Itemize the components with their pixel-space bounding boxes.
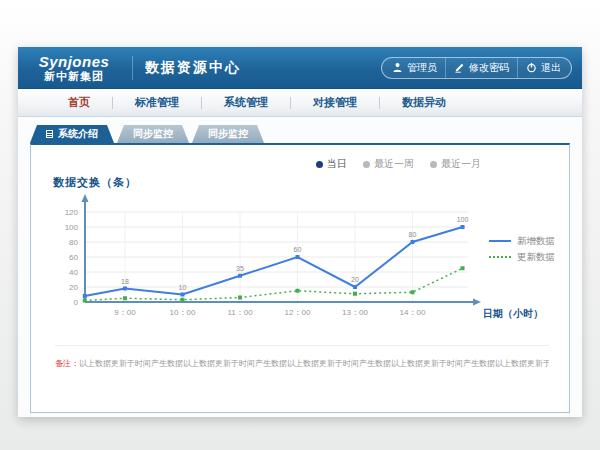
tab-sync-monitor-2[interactable]: 同步监控 — [192, 125, 264, 143]
nav-item-interface-mgmt[interactable]: 对接管理 — [291, 95, 379, 110]
svg-text:9：00: 9：00 — [114, 308, 136, 317]
power-icon — [526, 62, 537, 73]
app-title: 数据资源中心 — [145, 59, 241, 77]
main-nav: 首页 标准管理 系统管理 对接管理 数据异动 — [18, 89, 582, 117]
svg-text:11：00: 11：00 — [227, 308, 253, 317]
svg-text:80: 80 — [409, 231, 417, 238]
nav-item-home[interactable]: 首页 — [46, 95, 112, 110]
svg-text:0: 0 — [74, 298, 79, 307]
svg-text:60: 60 — [69, 253, 78, 262]
filter-last-week[interactable]: 最近一周 — [363, 157, 414, 171]
nav-item-system-mgmt[interactable]: 系统管理 — [202, 95, 290, 110]
nav-item-data-change[interactable]: 数据异动 — [380, 95, 468, 110]
filter-last-month[interactable]: 最近一月 — [430, 157, 481, 171]
edit-icon — [454, 62, 465, 73]
legend-label: 更新数据 — [517, 251, 555, 264]
tab-bar: 系统介绍 同步监控 同步监控 — [30, 125, 264, 143]
logout-button[interactable]: 退出 — [517, 58, 569, 78]
filter-today[interactable]: 当日 — [316, 157, 347, 171]
footer-note: 备注：以上数据更新于时间产生数据以上数据更新于时间产生数据以上数据更新于时间产生… — [55, 345, 549, 369]
svg-text:40: 40 — [69, 268, 78, 277]
logout-label: 退出 — [541, 61, 561, 75]
svg-text:20: 20 — [351, 276, 359, 283]
legend-item-new-data[interactable]: 新增数据 — [489, 233, 555, 249]
time-filter-group: 当日 最近一周 最近一月 — [316, 157, 481, 171]
header-actions-group: 管理员 修改密码 退出 — [381, 57, 572, 79]
logo-company-name: 新中新集团 — [28, 71, 120, 82]
note-label: 备注： — [55, 359, 79, 368]
chart-legend: 新增数据 更新数据 — [489, 233, 555, 265]
filter-label: 当日 — [327, 157, 347, 171]
header-divider — [132, 56, 133, 80]
company-logo[interactable]: Synjones 新中新集团 — [28, 54, 120, 82]
change-password-label: 修改密码 — [469, 61, 509, 75]
logo-brand-text: Synjones — [28, 54, 120, 69]
svg-text:13：00: 13：00 — [342, 308, 368, 317]
radio-icon — [430, 161, 437, 168]
svg-text:100: 100 — [457, 216, 469, 223]
legend-label: 新增数据 — [517, 235, 555, 248]
tab-sync-monitor-1[interactable]: 同步监控 — [117, 125, 189, 143]
svg-text:60: 60 — [294, 246, 302, 253]
tab-label: 系统介绍 — [58, 125, 98, 143]
document-icon — [46, 130, 53, 138]
legend-item-updated-data[interactable]: 更新数据 — [489, 249, 555, 265]
svg-text:日期（小时）: 日期（小时） — [483, 308, 543, 319]
filter-label: 最近一月 — [441, 157, 481, 171]
chart-panel: 当日 最近一周 最近一月 数据交换（条） 0204060801001209：00… — [30, 143, 570, 413]
svg-text:20: 20 — [69, 283, 78, 292]
app-window: Synjones 新中新集团 数据资源中心 管理员 修改密码 — [18, 47, 582, 417]
chart-y-axis-title: 数据交换（条） — [53, 175, 137, 190]
tab-label: 同步监控 — [208, 125, 248, 143]
filter-label: 最近一周 — [374, 157, 414, 171]
change-password-button[interactable]: 修改密码 — [445, 58, 517, 78]
tab-label: 同步监控 — [133, 125, 173, 143]
svg-text:10：00: 10：00 — [170, 308, 196, 317]
app-header: Synjones 新中新集团 数据资源中心 管理员 修改密码 — [18, 47, 582, 89]
tab-system-intro[interactable]: 系统介绍 — [30, 125, 114, 143]
solid-line-icon — [489, 240, 511, 242]
user-account-button[interactable]: 管理员 — [384, 58, 445, 78]
user-account-label: 管理员 — [407, 61, 437, 75]
svg-text:18: 18 — [121, 278, 129, 285]
svg-text:100: 100 — [65, 223, 79, 232]
svg-text:35: 35 — [236, 265, 244, 272]
content-area: 系统介绍 同步监控 同步监控 当日 最近一周 — [18, 117, 582, 417]
svg-text:80: 80 — [69, 238, 78, 247]
svg-text:14：00: 14：00 — [400, 308, 426, 317]
note-text: 以上数据更新于时间产生数据以上数据更新于时间产生数据以上数据更新于时间产生数据以… — [79, 359, 549, 368]
dotted-line-icon — [489, 256, 511, 258]
user-icon — [392, 62, 403, 73]
svg-text:120: 120 — [65, 208, 79, 217]
radio-icon — [363, 161, 370, 168]
radio-icon — [316, 161, 323, 168]
svg-text:12：00: 12：00 — [285, 308, 311, 317]
svg-text:10: 10 — [179, 284, 187, 291]
nav-item-standard-mgmt[interactable]: 标准管理 — [113, 95, 201, 110]
